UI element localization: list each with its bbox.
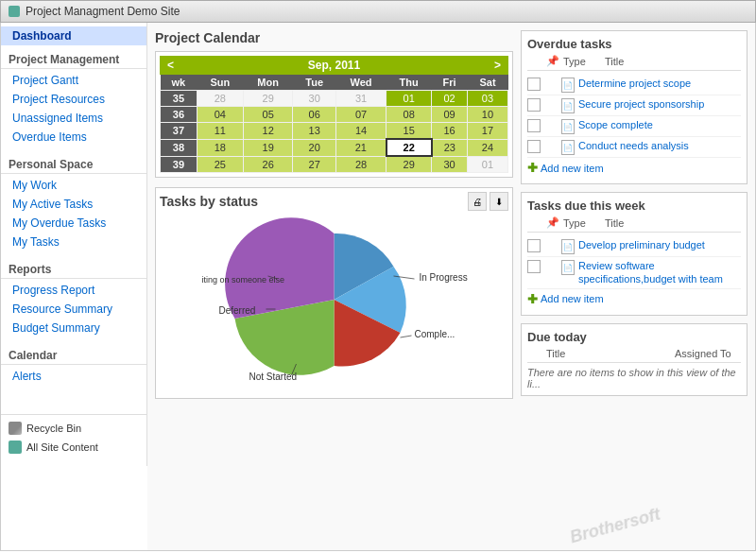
task-checkbox-2[interactable] xyxy=(527,98,541,112)
sidebar-item-my-work[interactable]: My Work xyxy=(1,176,146,195)
overdue-task-link-1[interactable]: Determine project scope xyxy=(578,78,691,89)
overdue-tasks-section: Overdue tasks 📌 Type Title 📄 Determine p… xyxy=(521,30,747,184)
sidebar-item-my-overdue-tasks[interactable]: My Overdue Tasks xyxy=(1,214,146,233)
cal-day[interactable]: 26 xyxy=(243,156,292,173)
cal-day[interactable]: 09 xyxy=(432,107,468,123)
cal-day[interactable]: 19 xyxy=(243,139,292,156)
cal-day[interactable]: 11 xyxy=(197,123,243,140)
chart-download-btn[interactable]: ⬇ xyxy=(490,192,508,211)
cal-day[interactable]: 25 xyxy=(197,156,243,173)
sidebar-item-resource-summary[interactable]: Resource Summary xyxy=(1,300,146,319)
due-week-list-header: 📌 Type Title xyxy=(527,216,741,233)
due-today-header-assigned-to: Assigned To xyxy=(675,348,741,359)
due-week-add-new-item-btn[interactable]: ✚ Add new item xyxy=(527,289,741,309)
cal-day[interactable]: 12 xyxy=(243,123,292,140)
chart-icons: 🖨 ⬇ xyxy=(468,192,508,211)
overdue-task-link-2[interactable]: Secure project sponsorship xyxy=(578,98,704,110)
due-week-task-title-1: Develop preliminary budget xyxy=(578,238,741,251)
header-pin-col: 📌 xyxy=(546,55,559,67)
due-week-task-link-1[interactable]: Develop preliminary budget xyxy=(578,239,705,251)
sidebar-item-unassigned-items[interactable]: Unassigned Items xyxy=(1,109,146,128)
task-checkbox-3[interactable] xyxy=(527,119,541,132)
pie-label-in-progress: In Progress xyxy=(420,272,468,283)
cal-day[interactable]: 17 xyxy=(467,123,507,140)
cal-day[interactable]: 07 xyxy=(336,107,387,123)
due-this-week-title: Tasks due this week xyxy=(527,199,741,213)
overdue-task-title-4: Conduct needs analysis xyxy=(578,139,741,152)
pie-label-not-started: Not Started xyxy=(249,372,298,382)
due-week-checkbox-1[interactable] xyxy=(527,239,541,252)
cal-day[interactable]: 01 xyxy=(467,156,507,173)
recycle-bin-icon xyxy=(9,422,22,435)
calendar-grid: wk Sun Mon Tue Wed Thu Fri Sat 352829303… xyxy=(160,75,508,173)
sidebar-item-all-site-content[interactable]: All Site Content xyxy=(1,438,146,457)
cal-day[interactable]: 04 xyxy=(197,107,243,123)
cal-day[interactable]: 13 xyxy=(293,123,336,140)
sidebar-item-my-active-tasks[interactable]: My Active Tasks xyxy=(1,195,146,214)
cal-day[interactable]: 06 xyxy=(293,107,336,123)
cal-day[interactable]: 02 xyxy=(432,91,468,107)
calendar-section-title: Project Calendar xyxy=(155,30,513,45)
sidebar-item-budget-summary[interactable]: Budget Summary xyxy=(1,319,146,337)
task-type-icon-2: 📄 xyxy=(561,98,575,113)
cal-day[interactable]: 28 xyxy=(197,91,243,107)
tasks-status-title: Tasks by status xyxy=(160,194,258,209)
sidebar-item-my-tasks[interactable]: My Tasks xyxy=(1,233,146,251)
cal-day[interactable]: 20 xyxy=(293,139,336,156)
due-week-checkbox-2[interactable] xyxy=(527,260,541,273)
chart-print-btn[interactable]: 🖨 xyxy=(468,192,487,211)
overdue-add-new-item-btn[interactable]: ✚ Add new item xyxy=(527,158,741,178)
due-today-list-header: Title Assigned To xyxy=(527,348,741,363)
due-week-type-icon-2: 📄 xyxy=(561,260,575,275)
cal-week-num: 36 xyxy=(161,107,198,123)
sidebar-item-dashboard[interactable]: Dashboard xyxy=(1,26,146,45)
cal-day[interactable]: 30 xyxy=(293,91,336,107)
due-week-add-icon: ✚ xyxy=(527,292,538,306)
overdue-task-title-3: Scope complete xyxy=(578,118,741,131)
cal-day[interactable]: 31 xyxy=(336,91,387,107)
cal-day[interactable]: 01 xyxy=(387,91,432,107)
left-column: Project Calendar < Sep, 2011 > wk Sun Mo… xyxy=(155,30,513,543)
cal-day[interactable]: 28 xyxy=(336,156,387,173)
sidebar-item-project-gantt[interactable]: Project Gantt xyxy=(1,71,146,90)
cal-day[interactable]: 10 xyxy=(467,107,507,123)
cal-day[interactable]: 30 xyxy=(432,156,468,173)
cal-day[interactable]: 14 xyxy=(336,123,387,140)
cal-day[interactable]: 24 xyxy=(467,139,507,156)
tasks-status-header: Tasks by status 🖨 ⬇ xyxy=(160,192,508,211)
cal-day[interactable]: 18 xyxy=(197,139,243,156)
all-site-content-icon xyxy=(9,441,22,454)
cal-day[interactable]: 08 xyxy=(387,107,432,123)
due-this-week-section: Tasks due this week 📌 Type Title 📄 Devel… xyxy=(521,192,747,316)
overdue-task-link-3[interactable]: Scope complete xyxy=(578,119,653,130)
cal-day[interactable]: 29 xyxy=(243,91,292,107)
overdue-task-link-4[interactable]: Conduct needs analysis xyxy=(578,140,689,151)
sidebar-item-project-resources[interactable]: Project Resources xyxy=(1,90,146,109)
cal-day[interactable]: 15 xyxy=(387,123,432,140)
cal-day[interactable]: 21 xyxy=(336,139,387,156)
sidebar-item-alerts[interactable]: Alerts xyxy=(1,367,146,386)
cal-header-tue: Tue xyxy=(293,75,336,91)
cal-day[interactable]: 29 xyxy=(387,156,432,173)
cal-header-fri: Fri xyxy=(432,75,468,91)
calendar-next-btn[interactable]: > xyxy=(494,59,501,72)
sidebar-item-overdue-items[interactable]: Overdue Items xyxy=(1,128,146,147)
cal-day[interactable]: 23 xyxy=(432,139,468,156)
cal-day[interactable]: 05 xyxy=(243,107,292,123)
sidebar-item-recycle-bin[interactable]: Recycle Bin xyxy=(1,419,146,438)
cal-day[interactable]: 16 xyxy=(432,123,468,140)
cal-day[interactable]: 03 xyxy=(467,91,507,107)
task-type-icon-1: 📄 xyxy=(561,78,575,93)
due-today-no-items-msg: There are no items to show in this view … xyxy=(527,367,741,389)
task-checkbox-4[interactable] xyxy=(527,140,541,153)
cal-day[interactable]: 27 xyxy=(293,156,336,173)
cal-week-num: 37 xyxy=(161,123,198,140)
calendar-prev-btn[interactable]: < xyxy=(167,59,174,72)
cal-day[interactable]: 22 xyxy=(387,139,432,156)
sidebar-item-progress-report[interactable]: Progress Report xyxy=(1,281,146,300)
due-week-add-label: Add new item xyxy=(541,293,604,304)
calendar: < Sep, 2011 > wk Sun Mon Tue Wed Thu Fri xyxy=(155,51,513,178)
pie-chart: In Progress Comple... Not Started Deferr… xyxy=(160,215,508,394)
due-week-task-link-2[interactable]: Review software specifications,budget wi… xyxy=(578,260,723,285)
task-checkbox-1[interactable] xyxy=(527,78,541,91)
